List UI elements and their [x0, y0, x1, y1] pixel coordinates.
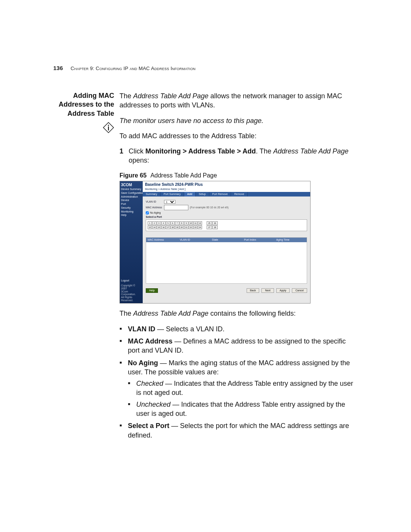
figure-screenshot: 3COM Device Summary Save Configuration A…: [119, 181, 311, 304]
select-port-label: Select a Port: [146, 216, 162, 219]
th-state: State: [210, 238, 242, 242]
port-cell[interactable]: 14: [152, 225, 156, 229]
mac-hint: (For example 00 10 dc 20 a4 e9): [190, 206, 229, 209]
list-item: Select a Port — Selects the port for whi…: [119, 421, 358, 440]
vlan-label: VLAN ID: [146, 200, 164, 203]
chapter-title: Chapter 9: Configuring IP and MAC Addres…: [70, 66, 195, 71]
nav-item[interactable]: Device: [121, 199, 142, 202]
page-number: 136: [53, 65, 63, 71]
fig-nav: Device Summary Save Configuration Admini…: [121, 188, 142, 217]
nav-item[interactable]: Administration: [121, 195, 142, 198]
field-list: VLAN ID — Selects a VLAN ID. MAC Address…: [119, 324, 358, 440]
no-aging-label: No Aging: [150, 211, 161, 214]
port-cell[interactable]: 3: [157, 221, 161, 225]
port-cell[interactable]: 4: [161, 221, 166, 225]
port-cell[interactable]: 28: [212, 225, 218, 229]
port-cell[interactable]: 15: [157, 225, 161, 229]
fig-tabs: Summary Port Summary Add Setup Port Remo…: [143, 192, 310, 197]
tab-add[interactable]: Add: [184, 192, 196, 197]
step-1: 1 Click Monitoring > Address Table > Add…: [119, 147, 358, 165]
port-grid[interactable]: 123456789101112131415161718192021222324: [148, 221, 202, 229]
breadcrumb: Monitoring > Address Table [ Add ]: [143, 188, 310, 192]
nav-item[interactable]: Save Configuration: [121, 192, 142, 195]
list-item: VLAN ID — Selects a VLAN ID.: [119, 324, 358, 334]
port-cell[interactable]: 13: [148, 225, 152, 229]
margin-column: Adding MAC Addresses to the Address Tabl…: [53, 91, 119, 443]
nav-item[interactable]: Port: [121, 203, 142, 206]
port-cell[interactable]: 9: [184, 221, 188, 225]
help-button[interactable]: Help: [146, 288, 158, 293]
port-cell[interactable]: 22: [189, 225, 193, 229]
port-cell[interactable]: 5: [166, 221, 170, 225]
nav-item[interactable]: Monitoring: [121, 210, 142, 213]
apply-button[interactable]: Apply: [276, 288, 290, 293]
list-item: MAC Address — Defines a MAC address to b…: [119, 337, 358, 355]
fig-sidebar: 3COM Device Summary Save Configuration A…: [120, 181, 143, 303]
cancel-button[interactable]: Cancel: [292, 288, 307, 293]
note-paragraph: The monitor users have no access to this…: [119, 116, 358, 125]
mac-input[interactable]: [164, 205, 188, 210]
port-cell[interactable]: 23: [193, 225, 198, 229]
port-cell[interactable]: 20: [180, 225, 184, 229]
port-cell[interactable]: 16: [161, 225, 166, 229]
no-aging-checkbox[interactable]: [146, 211, 149, 214]
brand-logo: 3COM: [121, 183, 142, 187]
svg-point-1: [108, 125, 109, 126]
tab-port-summary[interactable]: Port Summary: [161, 192, 184, 197]
port-cell[interactable]: 25: [207, 221, 212, 225]
next-button[interactable]: Next: [261, 288, 274, 293]
port-cell[interactable]: 8: [180, 221, 184, 225]
info-icon: [103, 122, 114, 135]
after-fig-paragraph: The Address Table Add Page contains the …: [119, 309, 358, 318]
running-head: 136 Chapter 9: Configuring IP and MAC Ad…: [53, 65, 196, 71]
tab-setup[interactable]: Setup: [196, 192, 209, 197]
th-mac: MAC Address: [146, 238, 178, 242]
body-column: The Address Table Add Page allows the ne…: [119, 91, 358, 443]
port-cell[interactable]: 12: [198, 221, 202, 225]
lead-in: To add MAC addresses to the Address Tabl…: [119, 131, 358, 141]
fig-main: Baseline Switch 2924-PWR Plus Monitoring…: [143, 181, 310, 303]
logout-link[interactable]: Logout: [121, 279, 142, 282]
nav-item[interactable]: Security: [121, 206, 142, 209]
port-cell[interactable]: 27: [207, 225, 212, 229]
step-number: 1: [119, 147, 129, 165]
port-selector: 123456789101112131415161718192021222324 …: [146, 219, 307, 231]
port-cell[interactable]: 7: [175, 221, 179, 225]
port-cell[interactable]: 10: [189, 221, 193, 225]
device-title: Baseline Switch 2924-PWR Plus: [143, 181, 310, 188]
nav-item[interactable]: Device Summary: [121, 188, 142, 191]
list-item: Checked — Indicates that the Address Tab…: [128, 379, 358, 398]
port-cell[interactable]: 26: [212, 221, 218, 225]
port-cell[interactable]: 19: [175, 225, 179, 229]
tab-summary[interactable]: Summary: [143, 192, 161, 197]
port-cell[interactable]: 11: [193, 221, 198, 225]
vlan-select[interactable]: 1: [164, 200, 175, 204]
nav-item[interactable]: Help: [121, 214, 142, 217]
th-port: Port Index: [242, 238, 274, 242]
fig-form: VLAN ID 1 MAC Address (For example 00 10…: [143, 197, 310, 234]
th-vlan: VLAN ID: [178, 238, 210, 242]
list-item: No Aging — Marks the aging status of the…: [119, 358, 358, 419]
figure-caption: Figure 65Address Table Add Page: [119, 171, 358, 180]
mac-label: MAC Address: [146, 206, 164, 209]
manual-page: 136 Chapter 9: Configuring IP and MAC Ad…: [0, 0, 411, 532]
port-cell[interactable]: 17: [166, 225, 170, 229]
port-cell[interactable]: 18: [170, 225, 175, 229]
port-cell[interactable]: 2: [152, 221, 156, 225]
svg-rect-2: [108, 126, 109, 131]
port-cell[interactable]: 24: [198, 225, 202, 229]
intro-paragraph: The Address Table Add Page allows the ne…: [119, 91, 358, 110]
port-cell[interactable]: 1: [148, 221, 152, 225]
section-heading: Adding MAC Addresses to the Address Tabl…: [53, 91, 114, 118]
fig-table: MAC Address VLAN ID State Port Index Agi…: [146, 237, 307, 284]
back-button[interactable]: Back: [247, 288, 260, 293]
port-cell[interactable]: 6: [170, 221, 175, 225]
list-item: Unchecked — Indicates that the Address T…: [128, 400, 358, 419]
tab-remove[interactable]: Remove: [231, 192, 247, 197]
copyright-text: Copyright © 2007 3Com Corporation. All R…: [121, 284, 142, 302]
th-aging: Aging Time: [275, 238, 307, 242]
port-cell[interactable]: 21: [184, 225, 188, 229]
tab-port-remove[interactable]: Port Remove: [209, 192, 231, 197]
port-grid-extra[interactable]: 25262728: [207, 221, 218, 229]
fig-footer: Help Back Next Apply Cancel: [143, 286, 310, 295]
